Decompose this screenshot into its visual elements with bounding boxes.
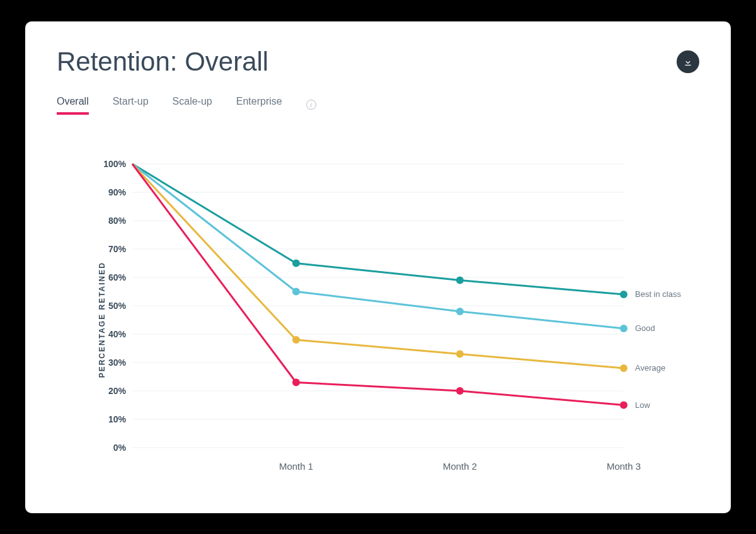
data-point <box>292 378 300 386</box>
tab-startup[interactable]: Start-up <box>113 96 149 113</box>
series-label: Low <box>635 400 650 409</box>
tab-scaleup[interactable]: Scale-up <box>173 96 212 113</box>
y-tick-label: 50% <box>108 301 127 311</box>
y-tick-label: 30% <box>108 357 127 368</box>
y-tick-label: 90% <box>108 187 127 197</box>
tab-enterprise[interactable]: Enterprise <box>236 96 282 113</box>
info-icon[interactable]: i <box>306 100 316 110</box>
retention-line-chart: 0%10%20%30%40%50%60%70%80%90%100%Month 1… <box>94 158 699 485</box>
download-button[interactable] <box>677 50 699 73</box>
card-title: Retention: Overall <box>57 47 268 77</box>
y-tick-label: 0% <box>113 443 127 453</box>
series-line <box>132 164 624 368</box>
y-tick-label: 80% <box>108 216 127 226</box>
tabs-row: Overall Start-up Scale-up Enterprise i <box>57 96 699 113</box>
data-point <box>456 308 464 315</box>
data-point <box>292 259 300 267</box>
y-tick-label: 40% <box>108 329 127 339</box>
series-label: Average <box>635 363 665 373</box>
series-line <box>132 164 624 405</box>
data-point <box>456 387 464 395</box>
y-tick-label: 20% <box>108 386 127 396</box>
data-point <box>620 325 627 332</box>
download-icon <box>683 57 693 67</box>
data-point <box>292 287 300 295</box>
data-point <box>456 276 464 284</box>
series-label: Good <box>635 323 655 333</box>
data-point <box>620 401 627 409</box>
x-tick-label: Month 3 <box>607 461 641 472</box>
tab-overall[interactable]: Overall <box>57 96 89 113</box>
card-header: Retention: Overall <box>57 47 699 77</box>
y-tick-label: 10% <box>108 414 127 424</box>
plot-wrap: 0%10%20%30%40%50%60%70%80%90%100%Month 1… <box>94 158 699 485</box>
y-tick-label: 100% <box>103 159 126 169</box>
x-tick-label: Month 1 <box>279 461 313 472</box>
y-tick-label: 60% <box>108 272 127 282</box>
x-tick-label: Month 2 <box>443 461 477 472</box>
chart-area: PERCENTAGE RETAINED 0%10%20%30%40%50%60%… <box>57 158 699 485</box>
data-point <box>292 336 300 344</box>
retention-card: Retention: Overall Overall Start-up Scal… <box>25 21 731 513</box>
series-line <box>132 164 624 328</box>
series-line <box>132 164 624 294</box>
data-point <box>620 364 627 372</box>
data-point <box>620 291 627 298</box>
data-point <box>456 350 464 357</box>
y-tick-label: 70% <box>108 244 127 254</box>
series-label: Best in class <box>635 289 681 299</box>
